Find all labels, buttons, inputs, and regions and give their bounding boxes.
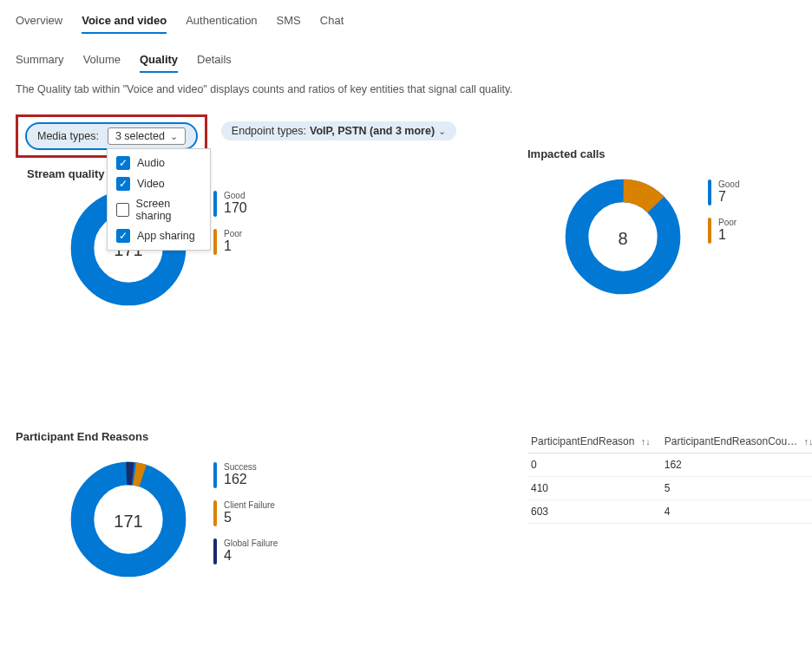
tab-authentication[interactable]: Authentication bbox=[186, 9, 257, 34]
subtab-quality[interactable]: Quality bbox=[140, 48, 178, 73]
legend-label: Poor bbox=[224, 229, 242, 238]
impacted-calls-donut: 8 bbox=[562, 176, 684, 297]
checkbox-icon: ✓ bbox=[116, 177, 130, 191]
table-row[interactable]: 410 5 bbox=[527, 477, 812, 500]
legend-value: 5 bbox=[224, 510, 275, 525]
media-option-label: App sharing bbox=[137, 230, 195, 242]
checkbox-icon: ✓ bbox=[116, 156, 130, 170]
svg-text:8: 8 bbox=[618, 229, 627, 248]
legend-value: 7 bbox=[718, 189, 739, 205]
legend-label: Good bbox=[718, 179, 739, 189]
legend-value: 4 bbox=[224, 548, 278, 564]
media-types-selected-text: 3 selected bbox=[115, 130, 165, 142]
participant-end-reasons-legend: Success 162 Client Failure 5 Global Fail… bbox=[213, 462, 278, 564]
cell-count: 4 bbox=[661, 500, 812, 524]
sort-icon[interactable]: ↑↓ bbox=[804, 436, 812, 447]
tab-overview[interactable]: Overview bbox=[16, 9, 62, 34]
checkbox-icon: ✓ bbox=[116, 229, 130, 243]
stream-quality-legend: Good 170 Poor 1 bbox=[213, 191, 247, 255]
impacted-calls-title: Impacted calls bbox=[527, 147, 812, 160]
legend-label: Global Failure bbox=[224, 538, 278, 548]
legend-item: Client Failure 5 bbox=[213, 500, 278, 526]
impacted-calls-legend: Good 7 Poor 1 bbox=[708, 179, 739, 244]
media-option-label: Video bbox=[137, 178, 165, 190]
table-header-count[interactable]: ParticipantEndReasonCou… ↑↓ bbox=[661, 430, 812, 453]
cell-reason: 0 bbox=[527, 453, 654, 477]
table-header-reason[interactable]: ParticipantEndReason ↑↓ bbox=[527, 430, 654, 453]
top-tabs: Overview Voice and video Authentication … bbox=[16, 9, 796, 34]
participant-end-reasons-panel: 171 Success 162 Client Failure 5 Global … bbox=[68, 459, 389, 580]
media-option-audio[interactable]: ✓ Audio bbox=[108, 153, 210, 173]
tab-voice-and-video[interactable]: Voice and video bbox=[82, 9, 167, 34]
legend-value: 1 bbox=[718, 227, 737, 243]
chevron-down-icon: ⌄ bbox=[170, 131, 178, 142]
cell-count: 5 bbox=[661, 477, 812, 500]
legend-item: Global Failure 4 bbox=[213, 538, 278, 564]
sort-icon[interactable]: ↑↓ bbox=[641, 436, 651, 447]
legend-item: Good 7 bbox=[708, 179, 739, 206]
participant-end-reasons-title: Participant End Reasons bbox=[16, 430, 389, 443]
table-header-bar bbox=[654, 430, 661, 453]
media-types-dropdown: ✓ Audio ✓ Video Screen sharing ✓ App sha… bbox=[107, 148, 211, 251]
subtab-volume[interactable]: Volume bbox=[83, 48, 121, 73]
legend-value: 162 bbox=[224, 472, 257, 487]
legend-label: Client Failure bbox=[224, 500, 275, 510]
subtab-details[interactable]: Details bbox=[197, 48, 232, 73]
stream-quality-title: Stream quality bbox=[27, 167, 105, 180]
media-types-select[interactable]: 3 selected ⌄ bbox=[108, 127, 186, 145]
endpoint-types-value: VoIP, PSTN (and 3 more) bbox=[310, 125, 435, 137]
legend-value: 1 bbox=[224, 238, 242, 254]
media-option-label: Screen sharing bbox=[136, 198, 201, 222]
sub-tabs: Summary Volume Quality Details bbox=[16, 48, 796, 73]
participant-end-reasons-donut: 171 bbox=[68, 459, 189, 580]
legend-value: 170 bbox=[224, 200, 247, 216]
legend-label: Poor bbox=[718, 218, 737, 227]
cell-reason: 410 bbox=[527, 477, 654, 500]
svg-text:171: 171 bbox=[114, 512, 142, 531]
legend-label: Success bbox=[224, 462, 257, 472]
cell-reason: 603 bbox=[527, 500, 654, 524]
media-types-filter[interactable]: Media types: 3 selected ⌄ bbox=[27, 124, 196, 148]
subtab-summary[interactable]: Summary bbox=[16, 48, 64, 73]
legend-label: Good bbox=[224, 191, 247, 200]
tab-chat[interactable]: Chat bbox=[320, 9, 344, 34]
endpoint-types-filter[interactable]: Endpoint types: VoIP, PSTN (and 3 more) … bbox=[221, 121, 456, 140]
media-option-video[interactable]: ✓ Video bbox=[108, 173, 210, 194]
end-reason-table: ParticipantEndReason ↑↓ ParticipantEndRe… bbox=[527, 430, 812, 524]
table-row[interactable]: 603 4 bbox=[527, 500, 812, 524]
legend-item: Success 162 bbox=[213, 462, 278, 488]
legend-item: Poor 1 bbox=[708, 218, 739, 244]
legend-item: Good 170 bbox=[213, 191, 247, 217]
media-option-label: Audio bbox=[137, 157, 165, 169]
table-row[interactable]: 0 162 bbox=[527, 453, 812, 477]
cell-count: 162 bbox=[661, 453, 812, 477]
checkbox-icon bbox=[116, 203, 129, 217]
media-types-label: Media types: bbox=[37, 130, 99, 142]
media-option-screen-sharing[interactable]: Screen sharing bbox=[108, 194, 210, 225]
impacted-calls-panel: 8 Good 7 Poor 1 bbox=[562, 176, 812, 297]
endpoint-types-label: Endpoint types: bbox=[232, 125, 306, 137]
quality-description: The Quality tab within "Voice and video"… bbox=[16, 83, 796, 95]
chevron-down-icon: ⌄ bbox=[438, 126, 446, 137]
header-text: ParticipantEndReason bbox=[531, 435, 634, 447]
highlight-box: Media types: 3 selected ⌄ ✓ Audio ✓ Vide… bbox=[16, 114, 207, 158]
header-text: ParticipantEndReasonCou… bbox=[665, 435, 797, 447]
tab-sms[interactable]: SMS bbox=[277, 9, 301, 34]
media-option-app-sharing[interactable]: ✓ App sharing bbox=[108, 225, 210, 246]
legend-item: Poor 1 bbox=[213, 229, 247, 255]
